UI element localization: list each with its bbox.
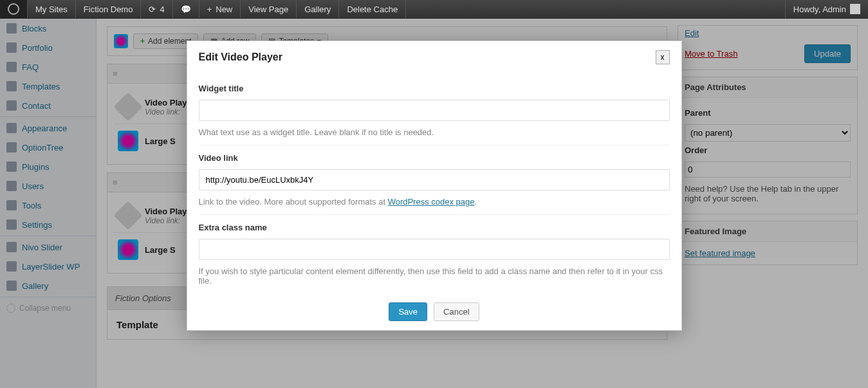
howdy-label: Howdy, Admin (793, 5, 846, 14)
updates-menu[interactable]: ⟳4 (141, 0, 172, 18)
plus-icon: + (207, 5, 212, 14)
extra-class-hint: If you wish to style particular content … (199, 266, 670, 286)
comments-menu[interactable]: 💬 (173, 0, 199, 18)
edit-video-player-modal: Edit Video Player x Widget title What te… (187, 41, 682, 331)
refresh-icon: ⟳ (149, 5, 156, 14)
gallery-link[interactable]: Gallery (297, 0, 339, 18)
new-menu[interactable]: +New (199, 0, 241, 18)
comment-icon: 💬 (181, 5, 191, 14)
updates-count: 4 (160, 5, 164, 14)
video-link-label: Video link (199, 153, 670, 163)
close-button[interactable]: x (656, 50, 670, 64)
new-label: New (216, 5, 232, 14)
avatar-icon (850, 4, 860, 14)
widget-title-hint: What text use as a widget title. Leave b… (199, 127, 670, 137)
site-name-menu[interactable]: Fiction Demo (76, 0, 142, 18)
wordpress-icon (8, 3, 19, 15)
wp-logo[interactable] (0, 0, 28, 18)
account-menu[interactable]: Howdy, Admin (785, 0, 868, 18)
modal-title: Edit Video Player (199, 51, 282, 63)
widget-title-label: Widget title (199, 84, 670, 93)
save-button[interactable]: Save (389, 302, 427, 321)
codex-link[interactable]: WordPress codex page (388, 197, 475, 207)
admin-bar: My Sites Fiction Demo ⟳4 💬 +New View Pag… (0, 0, 868, 19)
view-page-link[interactable]: View Page (241, 0, 297, 18)
widget-title-input[interactable] (199, 100, 670, 121)
hint-text: . (475, 197, 477, 207)
my-sites-menu[interactable]: My Sites (28, 0, 76, 18)
cancel-button[interactable]: Cancel (434, 302, 479, 321)
extra-class-label: Extra class name (199, 223, 670, 232)
extra-class-input[interactable] (199, 239, 670, 260)
video-link-hint: Link to the video. More about supported … (199, 197, 670, 207)
video-link-input[interactable] (199, 169, 670, 190)
hint-text: Link to the video. More about supported … (199, 197, 388, 207)
delete-cache-link[interactable]: Delete Cache (339, 0, 406, 18)
